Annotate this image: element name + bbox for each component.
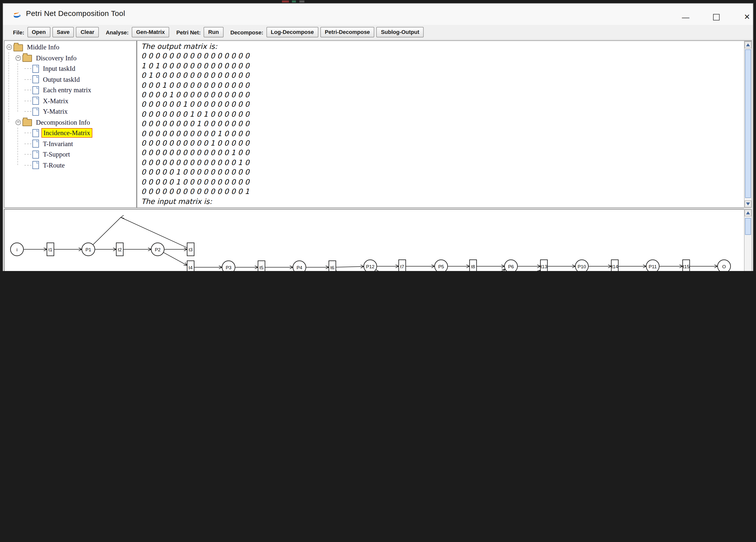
arrow-down-icon — [746, 203, 750, 206]
tree-expand-handle-icon[interactable] — [15, 120, 21, 125]
toolbar: File:OpenSaveClearAnalyse:Gen-MatrixPetr… — [3, 25, 753, 40]
svg-text:t2: t2 — [118, 247, 122, 252]
toolbar-button-gen-matrix[interactable]: Gen-Matrix — [132, 27, 169, 37]
arc-t6-P13 — [336, 271, 366, 271]
matrix-text-area: The output matrix is: 0 0 0 0 0 0 0 0 0 … — [141, 42, 735, 207]
toolbar-button-log-decompose[interactable]: Log-Decompose — [266, 27, 318, 37]
svg-text:P10: P10 — [578, 264, 586, 269]
place-O: O — [718, 260, 731, 271]
arc-P2-t4 — [163, 252, 187, 265]
tree-item-each-entry-matrix[interactable]: Each entry matrix — [4, 85, 135, 96]
matrix-row: 0 0 0 0 0 0 0 1 0 1 0 0 0 0 0 0 — [141, 110, 735, 119]
tree-item-x-matrix[interactable]: X-Matrix — [4, 96, 135, 106]
place-P10: P10 — [575, 260, 588, 271]
window-title: Petri Net Decomposition Tool — [26, 9, 125, 17]
tree-item-discovery-info[interactable]: Discovery Info — [4, 53, 135, 63]
scrollbar-thumb[interactable] — [745, 49, 751, 198]
net-vertical-scrollbar[interactable] — [744, 209, 752, 271]
document-icon — [32, 65, 39, 73]
folder-icon — [22, 119, 32, 126]
desktop-artifact — [292, 0, 296, 2]
matrix-row: 0 0 0 0 0 0 1 0 0 0 0 0 0 0 0 0 — [141, 100, 735, 110]
folder-icon — [13, 44, 23, 51]
scroll-up-button[interactable] — [745, 210, 752, 217]
transition-t4: t4 — [187, 261, 194, 271]
toolbar-button-run[interactable]: Run — [204, 27, 223, 37]
svg-text:t7: t7 — [400, 264, 404, 269]
transition-t13: t13 — [540, 260, 547, 271]
scroll-up-button[interactable] — [745, 41, 752, 48]
matrix-row: 0 0 0 0 0 0 0 0 0 0 0 1 0 0 0 0 — [141, 129, 735, 139]
matrix-row: 0 0 0 0 0 0 0 0 0 0 0 0 0 1 0 0 — [141, 148, 735, 158]
tree: Middle InfoDiscovery InfoInput taskIdOut… — [4, 42, 135, 207]
matrix-row: 1 0 1 0 0 0 0 0 0 0 0 0 0 0 0 0 — [141, 61, 735, 71]
toolbar-button-clear[interactable]: Clear — [76, 27, 99, 37]
document-icon — [32, 140, 39, 148]
tree-connector — [24, 165, 31, 166]
desktop-artifact — [282, 0, 289, 2]
arrow-up-icon — [746, 43, 750, 46]
svg-text:t4: t4 — [189, 265, 193, 270]
tree-item-input-taskid[interactable]: Input taskId — [4, 63, 135, 74]
place-P1: P1 — [82, 243, 95, 256]
scrollbar-thumb[interactable] — [745, 218, 751, 235]
tree-item-decomposition-info[interactable]: Decomposition Info — [4, 117, 135, 128]
transition-t7: t7 — [399, 260, 406, 271]
transition-t2: t2 — [116, 243, 123, 256]
tree-expand-handle-icon[interactable] — [6, 45, 12, 50]
close-button[interactable]: ✕ — [739, 10, 756, 24]
tree-item-output-taskid[interactable]: Output taskId — [4, 74, 135, 85]
tree-item-label: Input taskId — [41, 65, 77, 73]
tree-item-middle-info[interactable]: Middle Info — [4, 42, 135, 53]
svg-text:t8: t8 — [471, 264, 475, 269]
svg-text:O: O — [722, 264, 726, 269]
svg-text:P11: P11 — [649, 264, 657, 269]
transition-t15: t15 — [683, 260, 690, 271]
document-icon — [32, 76, 39, 84]
scroll-down-button[interactable] — [745, 201, 752, 208]
svg-text:P2: P2 — [155, 247, 160, 252]
tree-expand-handle-icon[interactable] — [15, 55, 21, 61]
arc-P12-t9 — [376, 270, 399, 271]
tree-connector — [24, 79, 31, 80]
tree-item-t-route[interactable]: T-Route — [4, 160, 135, 171]
svg-text:t5: t5 — [259, 265, 263, 270]
matrix-row: 0 0 0 0 0 0 0 0 1 0 0 0 0 0 0 0 — [141, 119, 735, 129]
toolbar-button-save[interactable]: Save — [52, 27, 74, 37]
minimize-button[interactable]: — — [677, 10, 694, 24]
toolbar-button-sublog-output[interactable]: Sublog-Output — [377, 27, 424, 37]
toolbar-button-open[interactable]: Open — [27, 27, 50, 37]
desktop-artifact — [299, 0, 304, 2]
svg-text:P4: P4 — [296, 265, 302, 270]
svg-text:t13: t13 — [541, 264, 547, 269]
document-icon — [32, 161, 39, 169]
matrix-row: 0 0 0 0 1 0 0 0 0 0 0 0 0 0 0 0 — [141, 90, 735, 100]
maximize-button[interactable] — [708, 10, 725, 24]
tree-connector — [24, 69, 31, 69]
tree-item-label: X-Matrix — [41, 97, 70, 105]
tree-item-label: T-Invariant — [41, 140, 74, 148]
toolbar-label-petri-net: Petri Net: — [176, 29, 201, 35]
matrix-row: 0 1 0 0 0 0 0 0 0 0 0 0 0 0 0 0 — [141, 71, 735, 81]
maximize-icon — [713, 14, 719, 20]
tree-item-t-invariant[interactable]: T-Invariant — [4, 138, 135, 149]
matrix-row: 0 0 0 1 0 0 0 0 0 0 0 0 0 0 0 0 — [141, 81, 735, 90]
tree-item-incidence-matrix[interactable]: Incidence-Matrix — [4, 128, 135, 138]
svg-text:t1: t1 — [48, 247, 52, 252]
petri-net-original: it1P1t2P2t3t4P3t5P4t6P12t7P5t8P6t13P10t1… — [10, 218, 731, 271]
matrix-row: 0 0 0 0 0 1 0 0 0 0 0 0 0 0 0 0 — [141, 177, 735, 187]
tree-item-t-support[interactable]: T-Support — [4, 149, 135, 160]
arc-t10-P6 — [478, 269, 505, 271]
place-P2: P2 — [151, 243, 164, 256]
tree-item-y-matrix[interactable]: Y-Matrix — [4, 106, 135, 117]
matrix-row: 0 0 0 0 0 1 0 0 0 0 0 0 0 0 0 0 — [141, 168, 735, 178]
tree-guide-line — [8, 52, 9, 122]
place-i: i — [10, 243, 23, 256]
place-P6: P6 — [504, 260, 517, 271]
input-matrix-header: The input matrix is: — [141, 197, 735, 207]
matrix-row: 0 0 0 0 0 0 0 0 0 0 0 0 0 0 1 0 — [141, 158, 735, 168]
toolbar-button-petri-decompose[interactable]: Petri-Decompose — [320, 27, 375, 37]
toolbar-label-decompose: Decompose: — [230, 29, 263, 35]
matrix-vertical-scrollbar[interactable] — [744, 41, 752, 208]
title-bar: Petri Net Decomposition Tool — ✕ — [3, 3, 753, 25]
